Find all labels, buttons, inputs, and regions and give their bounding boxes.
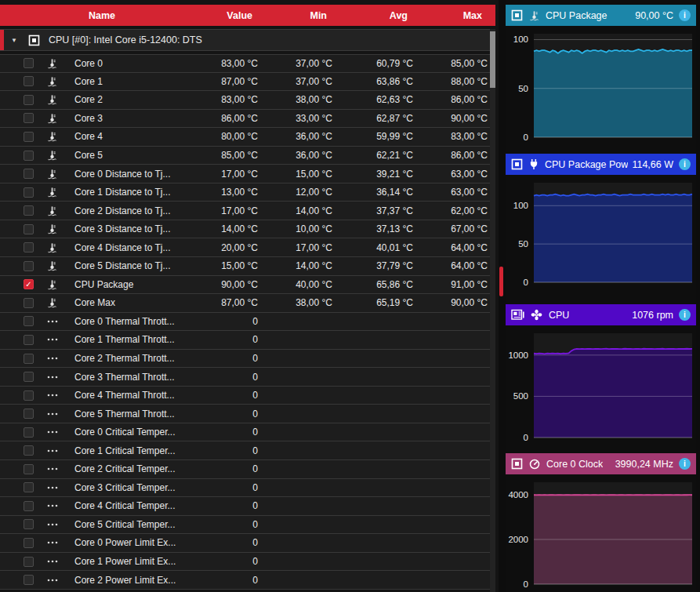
sensor-value: 0 bbox=[186, 575, 260, 586]
thermometer-icon bbox=[47, 131, 74, 142]
column-header-value[interactable]: Value bbox=[186, 10, 260, 21]
table-row[interactable]: Core 1 Distance to Tj... 13,00 °C 12,00 … bbox=[0, 183, 490, 202]
row-checkbox[interactable] bbox=[24, 390, 34, 401]
graph-panel-header[interactable]: Core 0 Clock 3990,24 MHz i bbox=[506, 453, 696, 474]
column-header-name[interactable]: Name bbox=[74, 10, 186, 21]
column-header-min[interactable]: Min bbox=[260, 10, 335, 21]
table-row[interactable]: Core 0 Power Limit Ex... 0 bbox=[0, 534, 490, 553]
column-header-avg[interactable]: Avg bbox=[335, 10, 415, 21]
sensor-group-row[interactable]: ▼ CPU [#0]: Intel Core i5-12400: DTS bbox=[0, 29, 495, 51]
row-checkbox[interactable] bbox=[24, 95, 34, 105]
table-row[interactable]: Core 1 Thermal Thrott... 0 bbox=[0, 331, 490, 350]
row-checkbox[interactable] bbox=[24, 316, 34, 326]
table-scrollbar-thumb[interactable] bbox=[490, 31, 495, 88]
info-icon[interactable]: i bbox=[679, 309, 691, 321]
row-checkbox[interactable] bbox=[24, 354, 34, 364]
table-scrollbar[interactable] bbox=[490, 29, 495, 592]
row-checkbox[interactable] bbox=[24, 113, 34, 123]
collapse-caret-icon[interactable]: ▼ bbox=[11, 37, 17, 44]
info-icon[interactable]: i bbox=[679, 9, 691, 21]
row-checkbox[interactable] bbox=[24, 427, 34, 438]
box-icon bbox=[511, 9, 523, 21]
row-checkbox[interactable] bbox=[24, 242, 34, 252]
table-row[interactable]: Core 0 Distance to Tj... 17,00 °C 15,00 … bbox=[0, 165, 490, 183]
row-checkbox[interactable] bbox=[24, 224, 34, 234]
row-checkbox[interactable] bbox=[24, 482, 34, 492]
row-checkbox[interactable] bbox=[24, 557, 34, 567]
sensor-avg: 65,86 °C bbox=[335, 279, 415, 290]
graph-panel-header[interactable]: CPU Package Pow 114,66 W i bbox=[506, 154, 696, 175]
graph-chart: 05001000 bbox=[506, 332, 696, 442]
sensor-min: 38,00 °C bbox=[260, 297, 335, 308]
row-checkbox[interactable] bbox=[24, 575, 34, 585]
table-row[interactable]: Core 5 Critical Temper... 0 bbox=[0, 516, 490, 535]
sensor-name: Core 4 Thermal Thrott... bbox=[74, 390, 186, 401]
table-row[interactable]: Core 0 83,00 °C 37,00 °C 60,79 °C 85,00 … bbox=[0, 54, 490, 73]
table-row[interactable]: Core Max 87,00 °C 38,00 °C 65,19 °C 90,0… bbox=[0, 294, 490, 313]
row-checkbox[interactable] bbox=[24, 445, 34, 456]
row-checkbox[interactable] bbox=[24, 298, 34, 308]
table-row[interactable]: Core 5 85,00 °C 36,00 °C 62,21 °C 86,00 … bbox=[0, 147, 490, 165]
y-axis-tick-label: 1000 bbox=[508, 350, 528, 360]
table-row[interactable]: Core 5 Thermal Thrott... 0 bbox=[0, 405, 490, 423]
row-checkbox[interactable] bbox=[24, 501, 34, 511]
sensor-table: Name Value Min Avg Max ▼ CPU [#0]: Intel… bbox=[0, 0, 499, 592]
table-row[interactable]: Core 3 Distance to Tj... 14,00 °C 10,00 … bbox=[0, 220, 490, 239]
table-row[interactable]: Core 2 Power Limit Ex... 0 bbox=[0, 571, 490, 590]
table-row[interactable]: ✓ CPU Package 90,00 °C 40,00 °C 65,86 °C… bbox=[0, 276, 490, 295]
graph-panel-value: 3990,24 MHz bbox=[615, 459, 673, 470]
thermometer-icon bbox=[47, 279, 74, 290]
table-row[interactable]: Core 4 80,00 °C 36,00 °C 59,99 °C 83,00 … bbox=[0, 128, 490, 147]
row-checkbox[interactable]: ✓ bbox=[24, 279, 34, 289]
row-checkbox[interactable] bbox=[24, 151, 34, 161]
table-row[interactable]: Core 0 Thermal Thrott... 0 bbox=[0, 313, 490, 332]
table-row[interactable]: Core 4 Critical Temper... 0 bbox=[0, 497, 490, 516]
sensor-value: 0 bbox=[186, 556, 260, 567]
row-checkbox[interactable] bbox=[24, 261, 34, 271]
table-row[interactable]: Core 4 Thermal Thrott... 0 bbox=[0, 387, 490, 405]
table-row[interactable]: Core 3 Critical Temper... 0 bbox=[0, 479, 490, 498]
sensor-min: 36,00 °C bbox=[260, 131, 335, 142]
table-row[interactable]: Core 5 Distance to Tj... 15,00 °C 14,00 … bbox=[0, 257, 490, 276]
thermometer-icon bbox=[47, 242, 74, 253]
row-checkbox[interactable] bbox=[24, 335, 34, 345]
row-checkbox[interactable] bbox=[24, 464, 34, 474]
row-checkbox[interactable] bbox=[24, 169, 34, 179]
row-checkbox[interactable] bbox=[24, 58, 34, 68]
table-row[interactable]: Core 4 Distance to Tj... 20,00 °C 17,00 … bbox=[0, 238, 490, 257]
table-row[interactable]: Core 1 Power Limit Ex... 0 bbox=[0, 553, 490, 572]
table-row[interactable]: Core 1 Critical Temper... 0 bbox=[0, 441, 490, 460]
sensor-min: 12,00 °C bbox=[260, 187, 335, 198]
thermometer-icon bbox=[47, 169, 74, 180]
row-checkbox[interactable] bbox=[24, 372, 34, 382]
thermometer-icon bbox=[47, 150, 74, 161]
dots-icon bbox=[47, 394, 74, 397]
y-axis-tick-label: 50 bbox=[518, 84, 528, 93]
info-icon[interactable]: i bbox=[679, 158, 691, 170]
table-row[interactable]: Core 0 Critical Temper... 0 bbox=[0, 423, 490, 442]
table-row[interactable]: Core 3 Thermal Thrott... 0 bbox=[0, 368, 490, 387]
row-checkbox[interactable] bbox=[24, 409, 34, 419]
row-checkbox[interactable] bbox=[24, 187, 34, 198]
graph-panel-header[interactable]: CPU Package 90,00 °C i bbox=[506, 5, 696, 26]
sensor-name: Core 5 bbox=[74, 150, 186, 161]
row-checkbox[interactable] bbox=[24, 205, 34, 216]
table-row[interactable]: Core 2 83,00 °C 38,00 °C 62,63 °C 86,00 … bbox=[0, 91, 490, 110]
row-checkbox[interactable] bbox=[24, 76, 34, 86]
table-row[interactable]: Core 1 87,00 °C 37,00 °C 63,86 °C 88,00 … bbox=[0, 73, 490, 92]
table-row[interactable]: Core 2 Critical Temper... 0 bbox=[0, 460, 490, 479]
group-label: CPU [#0]: Intel Core i5-12400: DTS bbox=[49, 35, 202, 45]
graph-panel-header[interactable]: CPU 1076 rpm i bbox=[506, 304, 696, 325]
column-header-max[interactable]: Max bbox=[415, 10, 490, 21]
row-checkbox[interactable] bbox=[24, 132, 34, 142]
table-row[interactable]: Core 2 Distance to Tj... 17,00 °C 14,00 … bbox=[0, 202, 490, 220]
table-row[interactable]: Core 2 Thermal Thrott... 0 bbox=[0, 350, 490, 369]
row-checkbox[interactable] bbox=[24, 538, 34, 548]
info-icon[interactable]: i bbox=[679, 458, 691, 470]
sensor-max: 83,00 °C bbox=[415, 131, 490, 142]
dots-icon bbox=[47, 579, 74, 582]
sensor-value: 0 bbox=[186, 445, 260, 456]
table-row[interactable]: Core 3 86,00 °C 33,00 °C 62,87 °C 90,00 … bbox=[0, 110, 490, 129]
sensor-value: 0 bbox=[186, 372, 260, 383]
row-checkbox[interactable] bbox=[24, 519, 34, 529]
